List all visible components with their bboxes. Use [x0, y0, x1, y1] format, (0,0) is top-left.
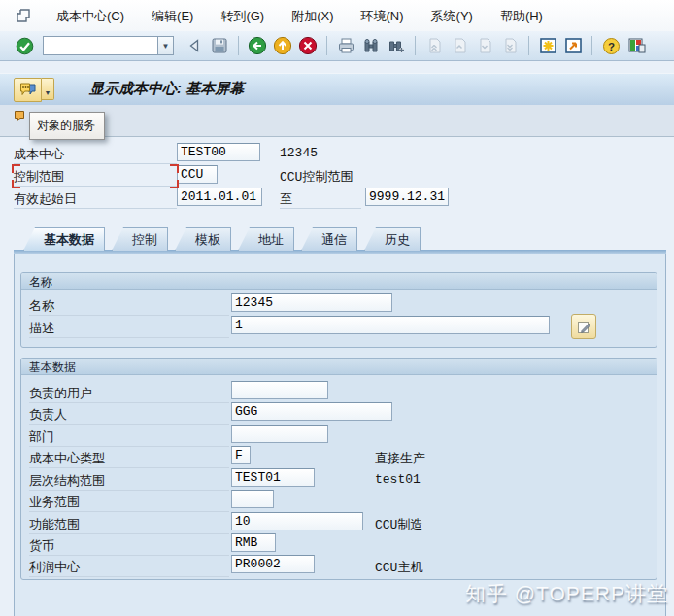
svg-text:?: ?: [607, 40, 614, 51]
customize-layout-icon[interactable]: [625, 34, 647, 57]
menu-edit[interactable]: 编辑(E): [138, 1, 207, 31]
tab-address[interactable]: 地址: [238, 227, 294, 251]
functional-area-label: 功能范围: [29, 516, 229, 534]
tab-templates[interactable]: 模板: [175, 227, 231, 251]
tooltip-text: 对象的服务: [37, 118, 95, 134]
create-shortcut-icon[interactable]: [562, 34, 584, 57]
valid-from-input[interactable]: [177, 188, 262, 206]
controlling-area-label: 控制范围: [14, 168, 177, 187]
business-area-label: 业务范围: [29, 494, 229, 512]
save-icon[interactable]: [209, 34, 230, 57]
title-bar: ▼ 显示成本中心: 基本屏幕: [0, 73, 674, 107]
user-responsible-input[interactable]: [231, 381, 328, 399]
toolbar-separator: [591, 36, 592, 55]
standard-toolbar: ▼: [0, 31, 674, 61]
department-input[interactable]: [231, 425, 328, 443]
services-dropdown-icon[interactable]: ▼: [42, 78, 54, 100]
menu-environment[interactable]: 环境(N): [348, 1, 418, 31]
hierarchy-area-input[interactable]: [231, 468, 315, 487]
command-field[interactable]: [43, 36, 157, 55]
cost-center-category-note: 直接生产: [375, 450, 425, 467]
toolbar-separator: [326, 36, 327, 55]
services-for-object-button[interactable]: ▼: [14, 78, 54, 100]
next-page-icon: [474, 34, 495, 57]
tab-control[interactable]: 控制: [112, 227, 168, 251]
cost-center-input[interactable]: [177, 143, 260, 161]
currency-label: 货币: [29, 537, 229, 556]
functional-area-note: CCU制造: [375, 516, 422, 533]
toolbar-separator: [415, 36, 416, 55]
services-anchor-icon[interactable]: [14, 110, 25, 125]
command-field-wrap: ▼: [43, 36, 174, 55]
watermark: 知乎 @TOPERP讲堂: [465, 580, 668, 607]
enter-icon[interactable]: [14, 34, 35, 57]
new-session-icon[interactable]: [537, 34, 558, 57]
cost-center-category-input[interactable]: [231, 446, 251, 464]
profit-center-input[interactable]: [231, 555, 315, 573]
pencil-icon: [577, 320, 591, 334]
long-text-edit-button[interactable]: [571, 314, 596, 339]
cost-center-category-label: 成本中心类型: [29, 450, 229, 468]
name-label: 名称: [29, 297, 229, 316]
toolbar-separator: [238, 36, 239, 55]
menu-extras[interactable]: 附加(X): [278, 1, 347, 31]
description-input[interactable]: [231, 316, 550, 334]
valid-to-label: 至: [280, 190, 361, 209]
tab-history[interactable]: 历史: [364, 227, 421, 251]
profit-center-label: 利润中心: [29, 559, 229, 577]
first-page-icon: [423, 34, 445, 57]
currency-input[interactable]: [231, 533, 276, 552]
valid-from-label: 有效起始日: [14, 190, 177, 209]
cost-center-label: 成本中心: [14, 146, 177, 164]
exit-icon[interactable]: [272, 34, 293, 57]
controlling-area-input[interactable]: [177, 165, 218, 184]
toolbar-separator: [528, 36, 529, 55]
name-group-header: 名称: [21, 273, 657, 290]
functional-area-input[interactable]: [231, 512, 363, 530]
last-page-icon: [499, 34, 521, 57]
tab-communication[interactable]: 通信: [301, 227, 357, 251]
department-label: 部门: [29, 428, 229, 447]
menu-goto[interactable]: 转到(G): [207, 1, 278, 31]
command-field-dropdown-icon[interactable]: ▼: [157, 36, 174, 55]
menu-system[interactable]: 系统(Y): [418, 1, 487, 31]
find-next-icon[interactable]: [386, 34, 407, 57]
basic-data-group-header: 基本数据: [21, 359, 657, 375]
cost-center-note: 12345: [280, 146, 318, 160]
name-input[interactable]: [231, 293, 392, 312]
system-menu-icon[interactable]: [16, 8, 31, 23]
services-tooltip: 对象的服务: [29, 112, 105, 140]
menu-help[interactable]: 帮助(H): [487, 1, 556, 31]
cancel-icon[interactable]: [297, 34, 319, 57]
find-icon[interactable]: [360, 34, 382, 57]
valid-to-input[interactable]: [365, 188, 449, 206]
tab-strip: 基本数据 控制 模板 地址 通信 历史: [23, 227, 421, 250]
user-responsible-label: 负责的用户: [29, 385, 229, 403]
prev-page-icon: [449, 34, 470, 57]
back-icon[interactable]: [247, 34, 268, 57]
menu-bar: 成本中心(C) 编辑(E) 转到(G) 附加(X) 环境(N) 系统(Y) 帮助…: [0, 0, 674, 32]
profit-center-note: CCU主机: [375, 559, 422, 576]
print-icon[interactable]: [335, 34, 356, 57]
tab-basic-data[interactable]: 基本数据: [23, 227, 105, 251]
back-triangle-icon[interactable]: [184, 34, 205, 57]
business-area-input[interactable]: [231, 490, 274, 508]
help-icon[interactable]: ?: [600, 34, 622, 57]
page-title: 显示成本中心: 基本屏幕: [89, 80, 244, 98]
person-responsible-label: 负责人: [29, 406, 229, 425]
sap-gui-window: 成本中心(C) 编辑(E) 转到(G) 附加(X) 环境(N) 系统(Y) 帮助…: [0, 0, 674, 616]
services-for-object-icon: [14, 78, 42, 102]
hierarchy-area-note: test01: [375, 472, 421, 487]
controlling-area-note: CCU控制范围: [280, 168, 353, 186]
description-label: 描述: [29, 320, 229, 338]
menu-cost-center[interactable]: 成本中心(C): [43, 1, 138, 31]
hierarchy-area-label: 层次结构范围: [29, 472, 229, 491]
person-responsible-input[interactable]: [231, 402, 392, 421]
